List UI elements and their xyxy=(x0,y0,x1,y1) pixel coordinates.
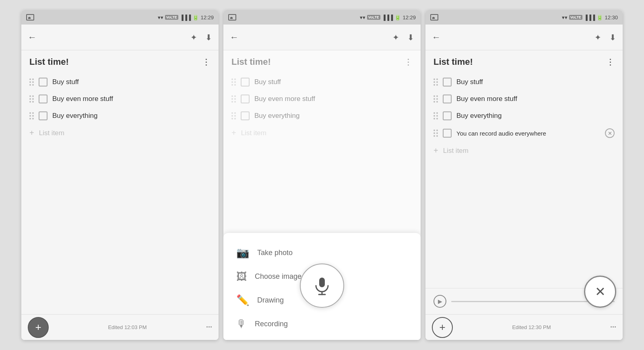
time-3: 12:30 xyxy=(605,14,618,21)
dots-menu-3[interactable]: ··· xyxy=(610,323,616,331)
volte-badge-1: VoLTE xyxy=(165,15,178,20)
wifi-icon-2: ▾▾ xyxy=(360,14,365,21)
drag-handle-3-1[interactable] xyxy=(433,78,438,86)
close-recording-button[interactable]: ✕ xyxy=(584,276,616,308)
list-header-3: List time! ⋮ xyxy=(433,57,615,67)
choose-image-label: Choose image xyxy=(255,272,301,281)
add-item-placeholder-1: List item xyxy=(39,129,211,137)
item-text-1-3: Buy everything xyxy=(52,112,211,120)
item-text-1-1: Buy stuff xyxy=(52,78,211,86)
close-recording-icon: ✕ xyxy=(595,284,606,299)
phone-3: ▾▾ VoLTE ▐▐▐ 🔋 12:30 ← ✦ ⬇ List time! ⋮ xyxy=(425,10,623,340)
list-item-3-1: Buy stuff xyxy=(433,74,615,91)
add-fab-1[interactable]: + xyxy=(28,317,49,338)
drag-handle-3-3[interactable] xyxy=(433,112,438,119)
content-3: List time! ⋮ Buy stuff Buy xyxy=(425,50,623,288)
checkbox-1-1[interactable] xyxy=(39,78,47,86)
edited-text-3: Edited 12:30 PM xyxy=(453,324,610,330)
battery-icon-3: 🔋 xyxy=(597,14,603,21)
drawing-label: Drawing xyxy=(257,296,284,305)
list-title-3: List time! xyxy=(433,57,473,67)
microphone-icon xyxy=(312,276,332,296)
download-icon-3[interactable]: ⬇ xyxy=(609,33,616,42)
status-bar-2: ▾▾ VoLTE ▐▐▐ 🔋 12:29 xyxy=(223,10,421,25)
edited-text-1: Edited 12:03 PM xyxy=(49,324,206,330)
add-item-row-1[interactable]: + List item xyxy=(29,124,211,142)
battery-icon: 🔋 xyxy=(192,14,199,21)
more-menu-3[interactable]: ⋮ xyxy=(606,57,615,67)
bottom-bar-3: + Edited 12:30 PM ··· xyxy=(425,314,623,340)
app-container: ▾▾ VoLTE ▐▐▐ 🔋 12:29 ← ✦ ⬇ List time! ⋮ xyxy=(13,2,631,348)
status-bar-3: ▾▾ VoLTE ▐▐▐ 🔋 12:30 xyxy=(425,10,623,25)
status-right-1: ▾▾ VoLTE ▐▐▐ 🔋 12:29 xyxy=(158,14,214,21)
toolbar-actions-3: ✦ ⬇ xyxy=(594,33,616,42)
volte-badge-3: VoLTE xyxy=(569,15,582,20)
drag-handle-3-4[interactable] xyxy=(433,130,438,137)
take-photo-label: Take photo xyxy=(257,249,293,257)
checkbox-3-2[interactable] xyxy=(443,95,452,103)
drag-handle-1-2[interactable] xyxy=(29,95,34,103)
gesture-icon-2[interactable]: ✦ xyxy=(392,33,399,42)
wifi-icon: ▾▾ xyxy=(158,14,163,21)
list-item-1-2: Buy even more stuff xyxy=(29,91,211,107)
checkbox-3-1[interactable] xyxy=(443,78,452,86)
list-title-1: List time! xyxy=(29,57,69,67)
status-right-2: ▾▾ VoLTE ▐▐▐ 🔋 12:29 xyxy=(360,14,416,21)
battery-icon-2: 🔋 xyxy=(394,14,401,21)
list-header-1: List time! ⋮ xyxy=(29,57,211,67)
recording-icon: 🎙 xyxy=(236,318,247,330)
sheet-recording[interactable]: 🎙 Recording xyxy=(223,312,421,336)
download-icon-2[interactable]: ⬇ xyxy=(407,33,414,42)
item-close-3-4[interactable]: ✕ xyxy=(605,128,615,138)
status-left-1 xyxy=(26,14,34,21)
dots-menu-1[interactable]: ··· xyxy=(206,323,212,331)
recording-label: Recording xyxy=(255,320,288,328)
mic-fab-container xyxy=(300,264,344,308)
svg-rect-0 xyxy=(319,278,325,287)
list-item-1-3: Buy everything xyxy=(29,107,211,124)
checkbox-1-3[interactable] xyxy=(39,111,47,120)
drag-handle-1-3[interactable] xyxy=(29,112,34,119)
camera-icon: 📷 xyxy=(236,247,249,259)
mic-fab-button[interactable] xyxy=(300,264,344,308)
wifi-icon-3: ▾▾ xyxy=(562,14,568,21)
phone-2: ▾▾ VoLTE ▐▐▐ 🔋 12:29 ← ✦ ⬇ List time! ⋮ xyxy=(223,10,421,340)
checkbox-1-2[interactable] xyxy=(39,95,47,103)
add-item-icon-3: + xyxy=(433,146,438,155)
checkbox-3-3[interactable] xyxy=(443,111,452,120)
drag-handle-3-2[interactable] xyxy=(433,95,438,103)
bottom-bar-1: + Edited 12:03 PM ··· xyxy=(21,314,219,340)
item-text-3-2: Buy even more stuff xyxy=(456,95,615,103)
add-fab-3[interactable]: + xyxy=(432,317,453,338)
status-left-3 xyxy=(430,14,438,21)
list-item-1-1: Buy stuff xyxy=(29,74,211,91)
status-left-2 xyxy=(228,14,236,21)
list-item-3-2: Buy even more stuff xyxy=(433,91,615,107)
signal-icon-2: ▐▐▐ xyxy=(382,14,393,21)
time-1: 12:29 xyxy=(200,14,214,21)
sheet-take-photo[interactable]: 📷 Take photo xyxy=(223,241,421,265)
gesture-icon-1[interactable]: ✦ xyxy=(190,33,197,42)
back-button-2[interactable]: ← xyxy=(230,32,239,43)
download-icon-1[interactable]: ⬇ xyxy=(205,33,212,42)
back-button-1[interactable]: ← xyxy=(28,32,37,43)
image-status-icon-2 xyxy=(228,14,236,21)
item-text-3-4: You can record audio everywhere xyxy=(456,130,600,137)
toolbar-2: ← ✦ ⬇ xyxy=(223,25,421,50)
drag-handle-1-1[interactable] xyxy=(29,78,34,86)
add-item-placeholder-3: List item xyxy=(443,147,615,155)
content-1: List time! ⋮ Buy stuff xyxy=(21,50,219,314)
signal-icon: ▐▐▐ xyxy=(180,14,191,21)
list-item-3-4: You can record audio everywhere ✕ xyxy=(433,124,615,142)
item-text-3-3: Buy everything xyxy=(456,112,615,120)
back-button-3[interactable]: ← xyxy=(432,32,441,43)
signal-icon-3: ▐▐▐ xyxy=(584,14,595,21)
list-item-3-3: Buy everything xyxy=(433,107,615,124)
image-icon: 🖼 xyxy=(236,270,247,283)
checkbox-3-4[interactable] xyxy=(443,129,452,138)
more-menu-1[interactable]: ⋮ xyxy=(202,57,211,67)
toolbar-3: ← ✦ ⬇ xyxy=(425,25,623,50)
gesture-icon-3[interactable]: ✦ xyxy=(594,33,601,42)
add-item-row-3[interactable]: + List item xyxy=(433,142,615,159)
play-button-3[interactable]: ▶ xyxy=(433,295,446,308)
